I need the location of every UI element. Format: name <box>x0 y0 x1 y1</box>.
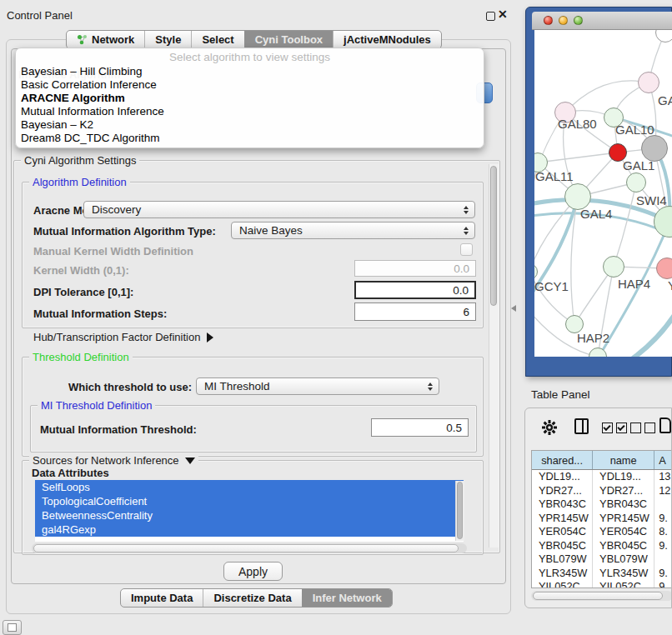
table-hscrollbar[interactable] <box>531 591 672 601</box>
table-hscrollbar-thumb[interactable] <box>533 592 663 600</box>
tab-label: Select <box>202 33 233 46</box>
network-node[interactable] <box>626 172 646 192</box>
network-node-label: GAL1 <box>623 158 654 172</box>
mi-threshold-field[interactable]: 0.5 <box>371 418 469 437</box>
network-window-titlebar[interactable] <box>532 12 672 30</box>
combo-value: Discovery <box>92 203 141 216</box>
table-cell: YBL079W <box>532 552 593 567</box>
attribute-list-item[interactable]: TopologicalCoefficient <box>35 494 464 508</box>
tab-label: Impute Data <box>131 592 193 604</box>
tab-discretize-data[interactable]: Discretize Data <box>203 589 301 607</box>
network-node-label: GCY1 <box>534 279 569 293</box>
table-row[interactable]: YDL19...YDL19...13 <box>532 470 672 484</box>
tab-cyni-toolbox[interactable]: Cyni Toolbox <box>244 31 333 48</box>
sources-group-title[interactable]: Sources for Network Inference <box>29 454 198 467</box>
network-node[interactable] <box>656 258 672 279</box>
group-title: Threshold Definition <box>29 351 133 363</box>
network-node-label: GAL <box>658 93 672 108</box>
attributes-hscrollbar-thumb[interactable] <box>33 544 459 552</box>
dropdown-item[interactable]: Mutual Information Inference <box>16 105 484 118</box>
table-cell: YLR345W <box>532 567 593 581</box>
dropdown-item[interactable]: Bayesian – Hill Climbing <box>16 65 484 78</box>
table-row[interactable]: YER054CYER054C8. <box>532 525 672 539</box>
table-row[interactable]: YDR27...YDR27...12 <box>532 484 672 498</box>
table-panel-title: Table Panel <box>531 388 590 401</box>
gear-icon[interactable] <box>541 419 558 439</box>
close-panel-icon[interactable]: ✕ <box>498 8 508 21</box>
apply-button[interactable]: Apply <box>223 562 283 581</box>
table-row[interactable]: YBR045CYBR045C9. <box>532 539 672 553</box>
attribute-list-item[interactable]: SelfLoops <box>35 480 464 494</box>
attribute-list-item[interactable]: BetweennessCentrality <box>35 508 464 522</box>
table-row[interactable]: YBR043CYBR043C <box>532 498 672 512</box>
network-node[interactable] <box>603 256 624 278</box>
mi-threshold-label: Mutual Information Threshold: <box>40 423 197 436</box>
mi-algorithm-type-combo[interactable]: Naive Bayes <box>231 222 475 239</box>
settings-scrollbar[interactable] <box>489 164 499 548</box>
new-table-icon[interactable] <box>659 418 671 433</box>
combo-value: Naive Bayes <box>239 224 303 237</box>
table-row[interactable]: YBL079WYBL079W <box>532 552 672 567</box>
attribute-list-item[interactable]: gal4RGexp <box>35 522 464 537</box>
table-cell: YER054C <box>593 525 654 539</box>
kernel-width-label: Kernel Width (0,1): <box>33 264 129 277</box>
collapse-down-icon <box>185 458 195 464</box>
table-cell: YIL052C <box>532 580 593 588</box>
minimized-panel-icon[interactable] <box>3 620 22 635</box>
which-threshold-combo[interactable]: MI Threshold <box>196 378 439 395</box>
table-row[interactable]: YLR345WYLR345W9. <box>532 567 672 581</box>
float-window-icon[interactable] <box>486 12 495 21</box>
splitter-collapse-arrow[interactable] <box>511 305 516 312</box>
settings-scrollbar-thumb[interactable] <box>490 166 497 306</box>
tab-jactivemnodules[interactable]: jActiveMNodules <box>333 31 441 48</box>
control-panel-title: Control Panel <box>7 9 73 22</box>
dropdown-item[interactable]: Dream8 DC_TDC Algorithm <box>16 132 484 145</box>
tab-style[interactable]: Style <box>144 31 191 48</box>
tab-impute-data[interactable]: Impute Data <box>121 589 203 607</box>
data-attributes-list[interactable]: SelfLoopsTopologicalCoefficientBetweenne… <box>35 480 464 542</box>
dpi-tolerance-field[interactable]: 0.0 <box>354 281 476 299</box>
group-title: MI Threshold Definition <box>38 399 155 412</box>
close-button[interactable] <box>544 16 553 25</box>
bottom-tabs: Impute Data Discretize Data Infer Networ… <box>120 588 393 608</box>
network-node-label: HAP4 <box>618 277 650 291</box>
network-node-label: GAL11 <box>535 169 574 183</box>
dropdown-item[interactable]: Basic Correlation Inference <box>16 78 484 92</box>
network-node[interactable] <box>638 72 659 93</box>
attributes-list-scrollbar-thumb[interactable] <box>457 482 463 539</box>
kernel-width-field[interactable]: 0.0 <box>354 260 476 277</box>
manual-kernel-width-checkbox[interactable] <box>460 243 473 256</box>
aracne-mode-combo[interactable]: Discovery <box>83 201 475 218</box>
table-row[interactable]: YIL052CYIL052C9 <box>532 580 672 588</box>
table-row[interactable]: YPR145WYPR145W9. <box>532 512 672 526</box>
network-node-label: GAL10 <box>615 122 654 137</box>
tab-network[interactable]: Network <box>67 31 144 48</box>
tab-select[interactable]: Select <box>191 31 243 48</box>
mi-steps-label: Mutual Information Steps: <box>33 308 167 320</box>
table-cell: YDR27... <box>593 484 654 498</box>
tab-infer-network[interactable]: Infer Network <box>302 589 392 607</box>
table-cell: YDL19... <box>593 470 654 484</box>
column-header[interactable]: shared... <box>532 451 593 469</box>
minimize-button[interactable] <box>559 16 568 25</box>
zoom-button[interactable] <box>574 16 583 25</box>
table-cell: YBR043C <box>593 498 654 512</box>
mi-steps-field[interactable]: 6 <box>354 302 476 321</box>
hub-definition-expander[interactable]: Hub/Transcription Factor Definition <box>33 331 213 343</box>
select-all-columns-icon[interactable] <box>602 422 630 437</box>
column-header[interactable]: name <box>593 451 654 469</box>
tab-label: Infer Network <box>313 592 382 604</box>
dropdown-item[interactable]: ARACNE Algorithm <box>16 92 484 105</box>
dpi-tolerance-label: DPI Tolerance [0,1]: <box>33 286 133 298</box>
column-header[interactable]: A <box>654 451 672 469</box>
table-cell: YBR045C <box>593 539 654 553</box>
attributes-hscrollbar[interactable] <box>32 543 467 553</box>
tab-label: Discretize Data <box>213 592 291 604</box>
combo-arrows-icon <box>464 227 469 235</box>
table-cell: 9 <box>654 580 672 588</box>
network-canvas[interactable]: GAL GAL80 GAL10 GAL1 GAL11 GAL4 SWI4 GCY… <box>534 30 672 357</box>
dropdown-item[interactable]: Bayesian – K2 <box>16 118 484 132</box>
attributes-list-scrollbar[interactable] <box>455 481 464 541</box>
deselect-all-columns-icon[interactable] <box>630 422 659 437</box>
split-columns-icon[interactable] <box>574 418 589 434</box>
